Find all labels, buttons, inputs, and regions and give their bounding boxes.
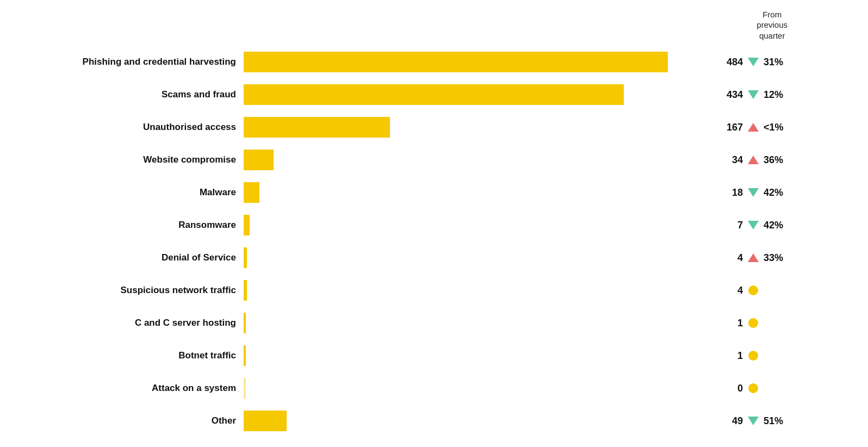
bar-col xyxy=(244,209,711,241)
bar xyxy=(244,411,287,431)
down-arrow-icon xyxy=(748,90,759,99)
bar-col xyxy=(244,242,711,274)
stats-col: 1 xyxy=(711,317,820,329)
count-value: 1 xyxy=(721,350,743,362)
row-label: Unauthorised access xyxy=(48,122,244,133)
new-indicator-icon xyxy=(748,383,758,393)
stats-col: 167<1% xyxy=(711,121,820,133)
row-label: Scams and fraud xyxy=(48,89,244,100)
up-arrow-icon xyxy=(748,156,759,164)
bar-col xyxy=(244,340,711,371)
row-label: Website compromise xyxy=(48,154,244,165)
row-label: Ransomware xyxy=(48,220,244,231)
chart-row: Website compromise3436% xyxy=(48,144,820,176)
header-row: From previous quarter xyxy=(48,9,820,41)
bar xyxy=(244,52,668,72)
down-arrow-icon xyxy=(748,221,759,229)
row-label: Other xyxy=(48,415,244,426)
down-arrow-icon xyxy=(748,188,759,197)
pct-value: 31% xyxy=(764,57,789,68)
count-value: 18 xyxy=(721,187,743,198)
count-value: 484 xyxy=(721,57,743,68)
pct-value: 42% xyxy=(764,187,789,198)
pct-value: 42% xyxy=(764,220,789,231)
row-label: Suspicious network traffic xyxy=(48,285,244,296)
chart-row: Unauthorised access167<1% xyxy=(48,111,820,143)
chart-row: Scams and fraud43412% xyxy=(48,79,820,110)
chart-row: Denial of Service433% xyxy=(48,242,820,274)
stats-col: 4951% xyxy=(711,415,820,427)
count-value: 4 xyxy=(721,252,743,264)
row-label: C and C server hosting xyxy=(48,318,244,328)
bar xyxy=(244,84,624,105)
chart-rows: Phishing and credential harvesting48431%… xyxy=(48,46,820,437)
chart-row: C and C server hosting1 xyxy=(48,307,820,339)
bar xyxy=(244,247,247,268)
bar xyxy=(244,117,390,138)
count-value: 49 xyxy=(721,415,743,427)
count-value: 7 xyxy=(721,220,743,231)
count-value: 4 xyxy=(721,285,743,296)
new-indicator-icon xyxy=(748,351,758,361)
row-label: Phishing and credential harvesting xyxy=(48,57,244,67)
chart-row: Botnet traffic1 xyxy=(48,340,820,371)
down-arrow-icon xyxy=(748,417,759,425)
bar-col xyxy=(244,46,711,78)
up-arrow-icon xyxy=(748,123,759,132)
from-previous-quarter-label: From previous quarter xyxy=(757,9,788,41)
pct-value: 12% xyxy=(764,89,789,101)
stats-col: 3436% xyxy=(711,154,820,166)
bar-col xyxy=(244,111,711,143)
bar xyxy=(244,345,246,366)
bar-col xyxy=(244,372,711,404)
stats-col: 742% xyxy=(711,219,820,231)
row-label: Botnet traffic xyxy=(48,350,244,361)
bar xyxy=(244,150,274,170)
stats-col: 43412% xyxy=(711,89,820,101)
up-arrow-icon xyxy=(748,253,759,262)
bar xyxy=(244,182,259,203)
bar xyxy=(244,280,247,301)
chart-row: Ransomware742% xyxy=(48,209,820,241)
chart-row: Suspicious network traffic4 xyxy=(48,275,820,306)
bar xyxy=(244,313,246,333)
pct-value: 51% xyxy=(764,415,789,427)
chart-row: Other4951% xyxy=(48,405,820,437)
pct-value: 36% xyxy=(764,154,789,166)
chart-row: Phishing and credential harvesting48431% xyxy=(48,46,820,78)
new-indicator-icon xyxy=(748,285,758,295)
bar-col xyxy=(244,79,711,110)
stats-col: 4 xyxy=(711,284,820,296)
new-indicator-icon xyxy=(748,318,758,328)
bar-col xyxy=(244,177,711,208)
count-value: 434 xyxy=(721,89,743,101)
stats-col: 48431% xyxy=(711,56,820,68)
count-value: 0 xyxy=(721,383,743,394)
row-label: Denial of Service xyxy=(48,252,244,263)
chart-row: Attack on a system0 xyxy=(48,372,820,404)
stats-col: 433% xyxy=(711,252,820,264)
row-label: Attack on a system xyxy=(48,383,244,394)
bar-col xyxy=(244,307,711,339)
count-value: 167 xyxy=(721,122,743,133)
bar-col xyxy=(244,405,711,437)
chart-container: From previous quarter Phishing and crede… xyxy=(26,0,842,447)
stats-col: 1 xyxy=(711,350,820,362)
pct-value: <1% xyxy=(764,122,789,133)
row-label: Malware xyxy=(48,187,244,198)
stats-col: 0 xyxy=(711,382,820,394)
pct-value: 33% xyxy=(764,252,789,264)
bar xyxy=(244,215,250,235)
count-value: 34 xyxy=(721,154,743,166)
down-arrow-icon xyxy=(748,58,759,66)
bar-col xyxy=(244,275,711,306)
chart-row: Malware1842% xyxy=(48,177,820,208)
bar-col xyxy=(244,144,711,176)
stats-col: 1842% xyxy=(711,187,820,198)
count-value: 1 xyxy=(721,318,743,329)
bar xyxy=(244,378,246,399)
